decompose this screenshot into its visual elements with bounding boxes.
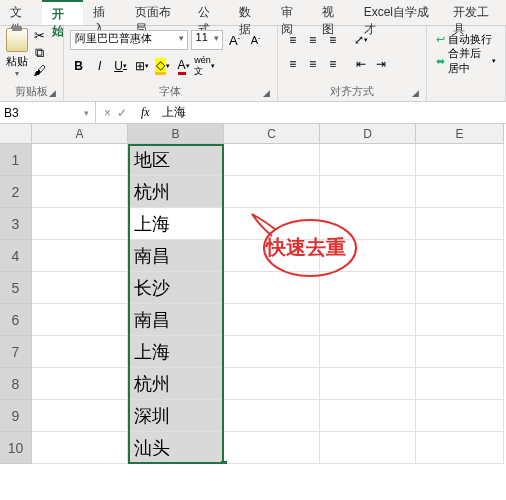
cell-E9[interactable] xyxy=(416,400,504,432)
cell-C9[interactable] xyxy=(224,400,320,432)
align-middle-icon[interactable]: ≡ xyxy=(304,31,322,49)
fill-handle[interactable] xyxy=(221,461,227,464)
cell-A6[interactable] xyxy=(32,304,128,336)
row-header[interactable]: 4 xyxy=(0,240,32,272)
row-header[interactable]: 1 xyxy=(0,144,32,176)
row-header[interactable]: 7 xyxy=(0,336,32,368)
col-header-A[interactable]: A xyxy=(32,124,128,144)
tab-home[interactable]: 开始 xyxy=(42,0,84,25)
underline-button[interactable]: U▾ xyxy=(112,57,130,75)
row-header[interactable]: 10 xyxy=(0,432,32,464)
cell-D2[interactable] xyxy=(320,176,416,208)
cell-E10[interactable] xyxy=(416,432,504,464)
cell-D6[interactable] xyxy=(320,304,416,336)
cell-C10[interactable] xyxy=(224,432,320,464)
tab-formulas[interactable]: 公式 xyxy=(188,0,230,25)
tab-data[interactable]: 数据 xyxy=(229,0,271,25)
cell-B8[interactable]: 杭州 xyxy=(128,368,224,400)
tab-developer[interactable]: 开发工具 xyxy=(443,0,506,25)
decrease-font-icon[interactable]: Aˇ xyxy=(247,31,265,49)
row-header[interactable]: 8 xyxy=(0,368,32,400)
cell-C8[interactable] xyxy=(224,368,320,400)
cell-C2[interactable] xyxy=(224,176,320,208)
cell-A7[interactable] xyxy=(32,336,128,368)
cell-A10[interactable] xyxy=(32,432,128,464)
tab-view[interactable]: 视图 xyxy=(312,0,354,25)
name-box[interactable]: B3 xyxy=(0,102,96,123)
decrease-indent-icon[interactable]: ⇤ xyxy=(352,55,370,73)
cut-icon[interactable]: ✂ xyxy=(30,28,48,43)
cell-C7[interactable] xyxy=(224,336,320,368)
cell-C6[interactable] xyxy=(224,304,320,336)
select-all-corner[interactable] xyxy=(0,124,32,144)
col-header-C[interactable]: C xyxy=(224,124,320,144)
col-header-B[interactable]: B xyxy=(128,124,224,144)
italic-button[interactable]: I xyxy=(91,57,109,75)
align-bottom-icon[interactable]: ≡ xyxy=(324,31,342,49)
fx-icon[interactable]: fx xyxy=(135,105,156,120)
cell-E4[interactable] xyxy=(416,240,504,272)
copy-icon[interactable]: ⧉ xyxy=(30,45,48,61)
col-header-E[interactable]: E xyxy=(416,124,504,144)
cell-B2[interactable]: 杭州 xyxy=(128,176,224,208)
tab-custom[interactable]: Excel自学成才 xyxy=(354,0,443,25)
col-header-D[interactable]: D xyxy=(320,124,416,144)
cell-D9[interactable] xyxy=(320,400,416,432)
align-right-icon[interactable]: ≡ xyxy=(324,55,342,73)
cell-A4[interactable] xyxy=(32,240,128,272)
cell-E1[interactable] xyxy=(416,144,504,176)
row-header[interactable]: 9 xyxy=(0,400,32,432)
cell-E7[interactable] xyxy=(416,336,504,368)
font-name-select[interactable]: 阿里巴巴普惠体 xyxy=(70,30,188,50)
font-size-select[interactable]: 11 xyxy=(191,30,223,50)
tab-pagelayout[interactable]: 页面布局 xyxy=(125,0,188,25)
cell-E3[interactable] xyxy=(416,208,504,240)
tab-file[interactable]: 文件 xyxy=(0,0,42,25)
cancel-formula-icon[interactable]: × xyxy=(104,106,111,120)
increase-indent-icon[interactable]: ⇥ xyxy=(372,55,390,73)
cell-A8[interactable] xyxy=(32,368,128,400)
fill-color-button[interactable]: ◇▾ xyxy=(154,57,172,75)
increase-font-icon[interactable]: Aˆ xyxy=(226,31,244,49)
font-color-button[interactable]: A▾ xyxy=(175,57,193,75)
cell-B7[interactable]: 上海 xyxy=(128,336,224,368)
row-header[interactable]: 2 xyxy=(0,176,32,208)
phonetic-button[interactable]: wén文▾ xyxy=(196,57,214,75)
orientation-icon[interactable]: ⤢▾ xyxy=(352,31,370,49)
align-launcher[interactable]: ◢ xyxy=(412,88,422,98)
cell-B4[interactable]: 南昌 xyxy=(128,240,224,272)
cell-C1[interactable] xyxy=(224,144,320,176)
align-left-icon[interactable]: ≡ xyxy=(284,55,302,73)
paste-button[interactable]: 粘贴 ▾ xyxy=(6,28,28,78)
format-painter-icon[interactable]: 🖌 xyxy=(30,63,48,78)
cell-A2[interactable] xyxy=(32,176,128,208)
row-header[interactable]: 6 xyxy=(0,304,32,336)
cell-A3[interactable] xyxy=(32,208,128,240)
cell-B10[interactable]: 汕头 xyxy=(128,432,224,464)
bold-button[interactable]: B xyxy=(70,57,88,75)
cell-D8[interactable] xyxy=(320,368,416,400)
cell-D1[interactable] xyxy=(320,144,416,176)
cell-B5[interactable]: 长沙 xyxy=(128,272,224,304)
cell-B9[interactable]: 深圳 xyxy=(128,400,224,432)
merge-center-button[interactable]: ⬌ 合并后居中 ▾ xyxy=(433,50,499,72)
cell-E6[interactable] xyxy=(416,304,504,336)
cell-A5[interactable] xyxy=(32,272,128,304)
row-header[interactable]: 5 xyxy=(0,272,32,304)
tab-review[interactable]: 审阅 xyxy=(271,0,313,25)
cell-D7[interactable] xyxy=(320,336,416,368)
align-center-icon[interactable]: ≡ xyxy=(304,55,322,73)
enter-formula-icon[interactable]: ✓ xyxy=(117,106,127,120)
row-header[interactable]: 3 xyxy=(0,208,32,240)
align-top-icon[interactable]: ≡ xyxy=(284,31,302,49)
formula-input[interactable]: 上海 xyxy=(156,104,506,121)
font-launcher[interactable]: ◢ xyxy=(263,88,273,98)
tab-insert[interactable]: 插入 xyxy=(83,0,125,25)
cell-A1[interactable] xyxy=(32,144,128,176)
cell-B3[interactable]: 上海 xyxy=(128,208,224,240)
clipboard-launcher[interactable]: ◢ xyxy=(49,88,59,98)
cell-B1[interactable]: 地区 xyxy=(128,144,224,176)
cell-B6[interactable]: 南昌 xyxy=(128,304,224,336)
cell-E5[interactable] xyxy=(416,272,504,304)
cell-E8[interactable] xyxy=(416,368,504,400)
